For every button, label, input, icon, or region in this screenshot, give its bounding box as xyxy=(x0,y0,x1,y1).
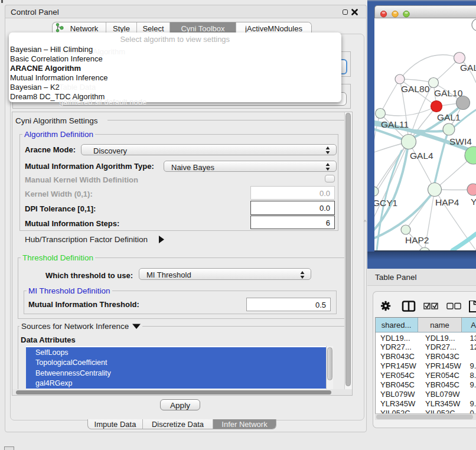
svg-text:SWI4: SWI4 xyxy=(449,136,472,146)
svg-text:GAL1: GAL1 xyxy=(437,112,461,122)
svg-text:Y: Y xyxy=(471,197,476,207)
svg-text:GAL7: GAL7 xyxy=(460,63,476,73)
svg-text:HAP2: HAP2 xyxy=(405,235,429,245)
svg-text:GCY1: GCY1 xyxy=(374,198,397,208)
svg-text:HAP4: HAP4 xyxy=(435,197,459,207)
svg-text:GAL11: GAL11 xyxy=(381,119,409,129)
svg-text:GAL4: GAL4 xyxy=(410,151,433,161)
svg-text:GAL10: GAL10 xyxy=(434,88,463,98)
svg-text:GAL80: GAL80 xyxy=(401,84,430,94)
